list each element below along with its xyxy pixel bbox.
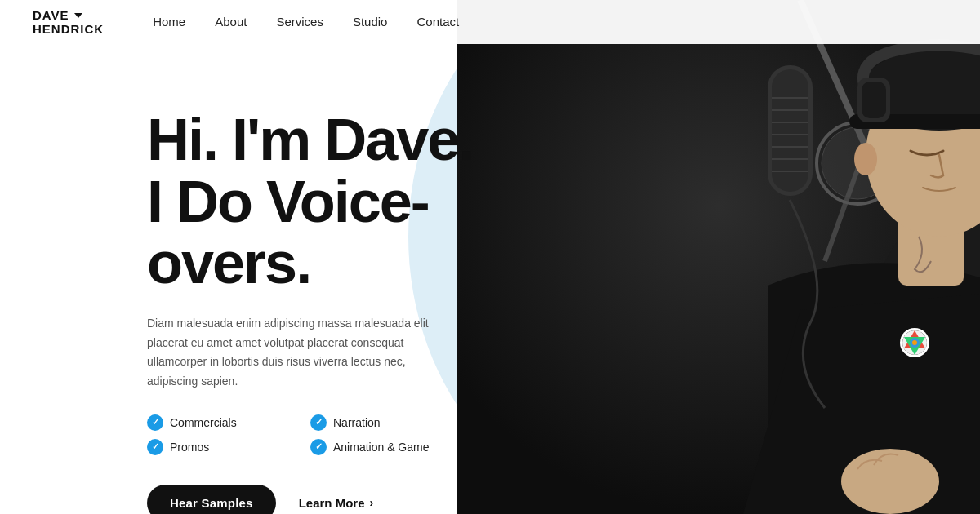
nav-item-about[interactable]: About bbox=[215, 15, 247, 29]
svg-point-32 bbox=[841, 449, 939, 514]
svg-rect-5 bbox=[772, 69, 808, 192]
nav-links: Home About Services Studio Contact bbox=[153, 15, 459, 29]
hear-samples-button[interactable]: Hear Samples bbox=[147, 485, 276, 514]
nav-link-studio[interactable]: Studio bbox=[353, 15, 388, 29]
check-icon-commercials bbox=[147, 414, 163, 431]
hero-headline: Hi. I'm Dave. I Do Voice-overs. bbox=[147, 109, 490, 295]
hero-image bbox=[457, 0, 980, 514]
nav-item-services[interactable]: Services bbox=[276, 15, 323, 29]
check-icon-narration bbox=[310, 414, 327, 431]
headline-line1: Hi. I'm Dave. bbox=[147, 107, 473, 172]
hero-content: Hi. I'm Dave. I Do Voice-overs. Diam mal… bbox=[0, 44, 490, 514]
logo-name-top: DAVE bbox=[33, 8, 69, 22]
hero-subtext: Diam malesuada enim adipiscing massa mal… bbox=[147, 314, 441, 392]
feature-label-narration: Narration bbox=[333, 416, 381, 429]
feature-label-animation: Animation & Game bbox=[333, 441, 430, 454]
check-icon-animation bbox=[310, 439, 327, 455]
learn-more-label: Learn More bbox=[299, 496, 365, 510]
feature-commercials: Commercials bbox=[147, 414, 278, 431]
features-list: Commercials Narration Promos Animation &… bbox=[147, 414, 441, 455]
navigation: DAVE HENDRICK Home About Services Studio… bbox=[0, 0, 980, 44]
logo-name-bottom: HENDRICK bbox=[33, 22, 104, 36]
feature-label-commercials: Commercials bbox=[170, 416, 237, 429]
svg-point-26 bbox=[854, 143, 877, 175]
nav-link-services[interactable]: Services bbox=[276, 15, 323, 29]
dropdown-icon bbox=[74, 13, 82, 18]
feature-promos: Promos bbox=[147, 439, 278, 455]
svg-rect-22 bbox=[862, 82, 886, 118]
logo[interactable]: DAVE HENDRICK bbox=[33, 8, 104, 36]
cta-area: Hear Samples Learn More › bbox=[147, 485, 490, 514]
feature-label-promos: Promos bbox=[170, 441, 209, 454]
nav-link-home[interactable]: Home bbox=[153, 15, 185, 29]
learn-more-link[interactable]: Learn More › bbox=[299, 496, 374, 510]
nav-link-contact[interactable]: Contact bbox=[416, 15, 459, 29]
check-icon-promos bbox=[147, 439, 163, 455]
nav-item-contact[interactable]: Contact bbox=[416, 15, 459, 29]
nav-link-about[interactable]: About bbox=[215, 15, 247, 29]
feature-narration: Narration bbox=[310, 414, 441, 431]
headline-line2: I Do Voice-overs. bbox=[147, 169, 429, 296]
feature-animation: Animation & Game bbox=[310, 439, 441, 455]
nav-item-home[interactable]: Home bbox=[153, 15, 185, 29]
arrow-right-icon: › bbox=[369, 496, 373, 509]
svg-point-31 bbox=[912, 340, 917, 345]
nav-item-studio[interactable]: Studio bbox=[353, 15, 388, 29]
